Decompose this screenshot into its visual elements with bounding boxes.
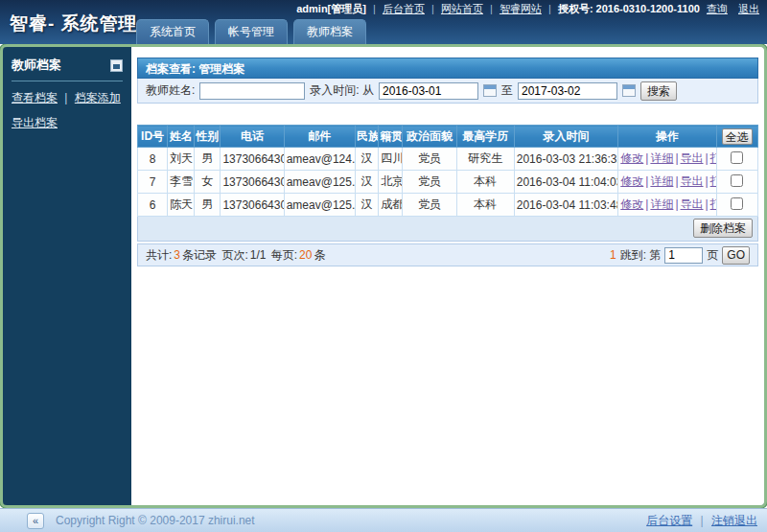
cell-name: 陈天 xyxy=(168,194,195,217)
separator: | xyxy=(675,174,678,188)
footer-logout-link[interactable]: 注销退出 xyxy=(711,514,757,527)
calendar-icon[interactable] xyxy=(622,84,636,97)
total-count: 3 xyxy=(174,248,180,262)
col-header-name: 姓名 xyxy=(168,126,195,148)
separator: | xyxy=(64,91,67,104)
separator: | xyxy=(701,514,704,527)
cell-gender: 女 xyxy=(195,171,221,194)
sidebar-title: 教师档案 xyxy=(12,57,61,74)
top-header: admin[管理员] | 后台首页 | 网站首页 | 智睿网站 | 授权号: 2… xyxy=(0,0,767,44)
current-page-number[interactable]: 1 xyxy=(610,248,616,262)
go-button[interactable]: GO xyxy=(722,246,750,265)
sidebar-item-export-archives[interactable]: 导出档案 xyxy=(12,116,58,129)
sidebar-item-view-archives[interactable]: 查看档案 xyxy=(12,91,58,104)
cell-politics: 党员 xyxy=(403,194,456,217)
to-label: 至 xyxy=(501,82,513,99)
row-action-export[interactable]: 导出 xyxy=(681,151,704,165)
delete-archives-button[interactable]: 删除档案 xyxy=(693,219,753,238)
separator: | xyxy=(645,151,648,165)
col-header-gender: 性别 xyxy=(195,126,221,148)
cell-gender: 男 xyxy=(195,148,221,171)
cell-select xyxy=(716,171,757,194)
delete-button-row: 删除档案 xyxy=(137,217,758,242)
panel-title: 档案查看: 管理档案 xyxy=(137,58,758,79)
license-check-link[interactable]: 查询 xyxy=(707,3,728,14)
link-backend-home[interactable]: 后台首页 xyxy=(383,3,425,14)
tab-system-home[interactable]: 系统首页 xyxy=(136,19,209,44)
cell-time: 2016-03-03 21:36:32 xyxy=(514,148,618,171)
records-table: ID号 姓名 性别 电话 邮件 民族 籍贯 政治面貌 最高学历 录入时间 操作 … xyxy=(137,125,758,217)
row-action-detail[interactable]: 详细 xyxy=(650,151,673,165)
license-number: 授权号: 2016-0310-1200-1100 xyxy=(558,3,700,14)
row-select-checkbox[interactable] xyxy=(731,197,743,210)
row-action-export[interactable]: 导出 xyxy=(681,174,704,188)
select-all-button[interactable]: 全选 xyxy=(722,128,753,145)
sidebar-item-add-archive[interactable]: 档案添加 xyxy=(75,91,121,104)
cell-education: 本科 xyxy=(456,171,514,194)
teacher-name-input[interactable] xyxy=(199,82,305,100)
per-page-suffix: 条 xyxy=(314,248,325,262)
page-label: 页次: xyxy=(221,248,247,262)
separator: | xyxy=(706,197,709,211)
row-action-edit[interactable]: 修改 xyxy=(620,197,643,211)
row-action-export[interactable]: 导出 xyxy=(681,197,704,211)
table-row: 6陈天男13730664304ameav@125.com汉成都党员本科2016-… xyxy=(138,194,758,217)
per-page-count: 20 xyxy=(299,248,312,262)
cell-time: 2016-03-04 11:03:48 xyxy=(514,194,618,217)
date-from-input[interactable] xyxy=(379,82,478,100)
link-site-home[interactable]: 网站首页 xyxy=(441,3,483,14)
cell-education: 研究生 xyxy=(456,148,514,171)
separator: | xyxy=(706,151,709,165)
row-select-checkbox[interactable] xyxy=(731,151,743,164)
calendar-icon[interactable] xyxy=(483,84,497,97)
row-action-print[interactable]: 打印 xyxy=(710,151,717,165)
current-user: admin[管理员] xyxy=(296,3,366,14)
tab-teacher-archives[interactable]: 教师档案 xyxy=(293,19,366,44)
col-header-entry-time: 录入时间 xyxy=(514,126,618,148)
col-header-politics: 政治面貌 xyxy=(403,126,456,148)
sidebar-collapse-icon[interactable] xyxy=(110,59,123,72)
row-action-edit[interactable]: 修改 xyxy=(620,151,643,165)
cell-gender: 男 xyxy=(195,194,221,217)
pagination-bar: 共计:3条记录 页次:1/1 每页:20条 1 跳到: 第 页 GO xyxy=(137,243,758,266)
cell-select xyxy=(716,148,757,171)
col-header-phone: 电话 xyxy=(221,126,284,148)
search-button[interactable]: 搜索 xyxy=(640,81,677,101)
sidebar-row: 导出档案 xyxy=(12,115,123,131)
separator: | xyxy=(675,151,678,165)
footer: « Copyright Right © 2009-2017 zhirui.net… xyxy=(0,508,767,532)
row-select-checkbox[interactable] xyxy=(731,174,743,187)
page-jump: 1 跳到: 第 页 GO xyxy=(610,246,750,265)
separator: | xyxy=(645,174,648,188)
separator: | xyxy=(645,197,648,211)
jump-page-input[interactable] xyxy=(664,247,703,264)
row-action-edit[interactable]: 修改 xyxy=(620,174,643,188)
col-header-actions: 操作 xyxy=(618,126,716,148)
row-action-detail[interactable]: 详细 xyxy=(650,174,673,188)
row-action-print[interactable]: 打印 xyxy=(710,174,717,188)
jump-label: 跳到: 第 xyxy=(620,247,662,264)
cell-phone: 13730664308 xyxy=(221,148,284,171)
cell-actions: 修改|详细|导出|打印 xyxy=(618,148,716,171)
logout-link[interactable]: 退出 xyxy=(738,3,759,14)
cell-name: 李雪 xyxy=(168,171,195,194)
row-action-detail[interactable]: 详细 xyxy=(650,197,673,211)
date-to-input[interactable] xyxy=(518,82,617,100)
tab-account-management[interactable]: 帐号管理 xyxy=(215,19,288,44)
admin-page: admin[管理员] | 后台首页 | 网站首页 | 智睿网站 | 授权号: 2… xyxy=(0,0,767,532)
app-title: 智睿- 系统管理 xyxy=(10,12,138,36)
cell-email: ameav@125.com xyxy=(284,171,355,194)
cell-id: 8 xyxy=(138,148,168,171)
cell-origin: 北京 xyxy=(379,171,403,194)
cell-select xyxy=(716,194,757,217)
main-tabs: 系统首页 帐号管理 教师档案 xyxy=(136,19,366,44)
link-zhirui-site[interactable]: 智睿网站 xyxy=(500,3,542,14)
backend-settings-link[interactable]: 后台设置 xyxy=(646,514,692,527)
cell-origin: 成都 xyxy=(379,194,403,217)
row-action-print[interactable]: 打印 xyxy=(710,197,717,211)
footer-collapse-button[interactable]: « xyxy=(27,513,44,529)
content-wrapper: 教师档案 查看档案 | 档案添加 导出档案 档案查看: 管理档案 教师姓名: 录… xyxy=(0,44,767,508)
col-header-origin: 籍贯 xyxy=(379,126,403,148)
total-label: 共计: xyxy=(146,248,172,262)
cell-actions: 修改|详细|导出|打印 xyxy=(618,194,716,217)
